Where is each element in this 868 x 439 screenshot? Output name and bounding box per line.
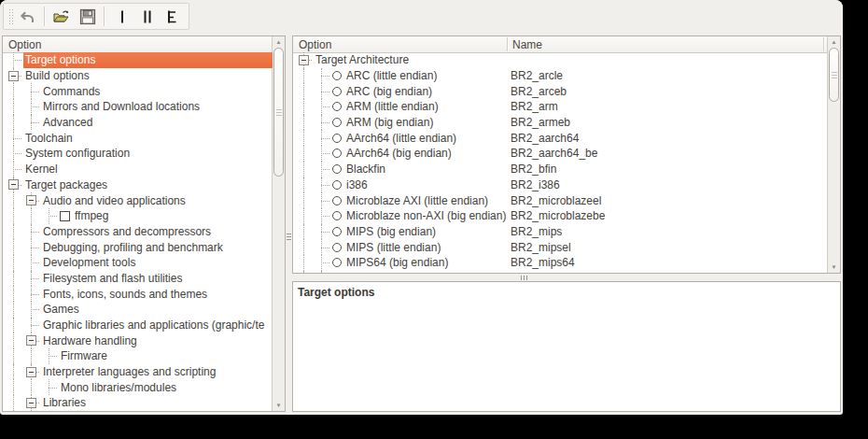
radio-button[interactable] xyxy=(332,134,342,143)
tree-row[interactable]: MIPS (big endian)BR2_mips xyxy=(293,224,828,240)
tree-row[interactable]: Target Architecture xyxy=(293,52,828,68)
radio-button[interactable] xyxy=(332,211,342,220)
column-divider[interactable] xyxy=(823,37,825,51)
tree-row[interactable]: Interpreter languages and scripting xyxy=(3,364,273,380)
tree-row[interactable]: Hardware handling xyxy=(3,333,273,348)
collapse-minus-icon[interactable] xyxy=(8,71,19,81)
tree-row[interactable]: Microblaze non-AXI (big endian)BR2_micro… xyxy=(293,208,828,224)
column-header-option[interactable]: Option xyxy=(3,38,41,51)
collapse-minus-icon[interactable] xyxy=(8,179,19,190)
radio-button[interactable] xyxy=(332,227,342,236)
tree-row[interactable]: Mirrors and Download locations xyxy=(3,99,273,115)
tree-row[interactable]: BlackfinBR2_bfin xyxy=(293,162,828,177)
single-view-button[interactable] xyxy=(110,5,133,28)
tree-row[interactable]: Debugging, profiling and benchmark xyxy=(3,239,273,255)
tree-row[interactable]: Graphic libraries and applications (grap… xyxy=(3,318,273,333)
left-vertical-scrollbar[interactable]: ▲ ▼ xyxy=(272,36,285,411)
tree-row[interactable]: Kernel xyxy=(3,162,273,177)
collapse-minus-icon[interactable] xyxy=(26,398,36,408)
tree-row-content: AArch64 (big endian) xyxy=(331,146,828,162)
full-view-button[interactable] xyxy=(161,5,185,28)
scroll-down-icon[interactable]: ▼ xyxy=(273,401,285,410)
tree-item-label: ARC (big endian) xyxy=(344,85,434,98)
collapse-minus-icon[interactable] xyxy=(26,195,36,205)
radio-button[interactable] xyxy=(332,87,342,96)
tree-row[interactable]: MIPS64 (little endian)BR2_mips64el xyxy=(293,271,828,273)
tree-guide-line xyxy=(13,286,14,302)
collapse-minus-icon[interactable] xyxy=(26,367,36,377)
tree-row-content: Audio and video applications xyxy=(41,192,273,208)
tree-row[interactable]: Commands xyxy=(3,83,273,99)
tree-row[interactable]: Audio and video applications xyxy=(3,192,273,208)
tree-guide-line xyxy=(13,364,14,380)
tree-item-label: MIPS (big endian) xyxy=(344,225,438,238)
tree-row[interactable]: ffmpeg xyxy=(3,208,273,224)
tree-row[interactable]: ARC (little endian)BR2_arcle xyxy=(293,68,828,84)
tree-item-label: Mono libraries/modules xyxy=(59,381,178,394)
radio-button[interactable] xyxy=(332,71,342,80)
tree-row[interactable]: Mono libraries/modules xyxy=(3,379,273,395)
tree-item-label: Games xyxy=(41,303,81,316)
scroll-up-icon[interactable]: ▲ xyxy=(273,37,285,47)
tree-connector-line xyxy=(321,232,329,233)
tree-guide-line xyxy=(13,318,14,333)
save-button[interactable] xyxy=(76,5,99,28)
radio-button[interactable] xyxy=(332,258,342,267)
tree-row[interactable]: MIPS64 (big endian)BR2_mips64 xyxy=(293,255,828,271)
horizontal-splitter[interactable] xyxy=(292,274,841,281)
collapse-minus-icon[interactable] xyxy=(26,335,36,346)
tree-row[interactable]: Filesystem and flash utilities xyxy=(3,271,273,287)
split-view-button[interactable] xyxy=(135,5,159,28)
radio-button[interactable] xyxy=(332,180,342,190)
toolbar-drag-handle-icon[interactable] xyxy=(8,8,13,25)
column-header-option[interactable]: Option xyxy=(293,38,331,51)
collapse-minus-icon[interactable] xyxy=(299,55,309,65)
tree-row[interactable]: System configuration xyxy=(3,146,273,162)
tree-row[interactable]: Libraries xyxy=(3,395,273,411)
column-divider[interactable] xyxy=(507,37,509,51)
vertical-splitter[interactable] xyxy=(286,35,292,412)
tree-row[interactable]: Compressors and decompressors xyxy=(3,224,273,240)
tree-connector-line xyxy=(321,106,329,107)
tree-row[interactable]: Toolchain xyxy=(3,130,273,146)
tree-connector-line xyxy=(13,60,21,61)
tree-row[interactable]: Target options xyxy=(3,52,273,68)
tree-row[interactable]: Build options xyxy=(3,68,273,84)
tree-item-label: ARM (little endian) xyxy=(344,100,441,113)
back-button[interactable] xyxy=(16,5,39,28)
scrollbar-thumb[interactable] xyxy=(273,48,284,177)
tree-row[interactable]: ARM (big endian)BR2_armeb xyxy=(293,115,828,131)
load-button[interactable] xyxy=(50,5,74,28)
tree-item-label: Compressors and decompressors xyxy=(41,225,213,238)
desktop: { "toolbar": { "buttons": [ {"id": "back… xyxy=(0,0,868,439)
tree-row[interactable]: AArch64 (little endian)BR2_aarch64 xyxy=(293,130,828,146)
radio-button[interactable] xyxy=(332,243,342,252)
tree-row[interactable]: Development tools xyxy=(3,255,273,271)
tree-row[interactable]: i386BR2_i386 xyxy=(293,177,828,193)
tree-row[interactable]: ARC (big endian)BR2_arceb xyxy=(293,83,828,99)
tree-row-content: ARC (little endian) xyxy=(331,68,828,84)
scrollbar-thumb[interactable] xyxy=(829,48,839,102)
tree-row[interactable]: MIPS (little endian)BR2_mipsel xyxy=(293,239,828,255)
tree-item-label: Fonts, icons, sounds and themes xyxy=(41,288,209,301)
radio-button[interactable] xyxy=(332,196,342,205)
radio-button[interactable] xyxy=(332,118,342,127)
scroll-down-icon[interactable]: ▼ xyxy=(828,262,840,272)
tree-row[interactable]: Fonts, icons, sounds and themes xyxy=(3,286,273,302)
tree-row[interactable]: Firmware xyxy=(3,348,273,364)
checkbox[interactable] xyxy=(60,211,70,221)
tree-row[interactable]: ARM (little endian)BR2_arm xyxy=(293,99,828,115)
tree-row[interactable]: Games xyxy=(3,302,273,318)
radio-button[interactable] xyxy=(332,164,342,174)
radio-button[interactable] xyxy=(332,149,342,158)
tree-item-label: Build options xyxy=(23,69,91,82)
tree-row-content: MIPS (big endian) xyxy=(331,224,828,240)
tree-row[interactable]: Microblaze AXI (little endian)BR2_microb… xyxy=(293,192,828,208)
radio-button[interactable] xyxy=(332,102,342,111)
column-header-name[interactable]: Name xyxy=(512,38,542,51)
tree-row[interactable]: Target packages xyxy=(3,177,273,193)
right-vertical-scrollbar[interactable]: ▲ ▼ xyxy=(827,36,840,273)
scroll-up-icon[interactable]: ▲ xyxy=(828,37,840,47)
tree-row[interactable]: Advanced xyxy=(3,115,273,131)
tree-row[interactable]: AArch64 (big endian)BR2_aarch64_be xyxy=(293,146,828,162)
